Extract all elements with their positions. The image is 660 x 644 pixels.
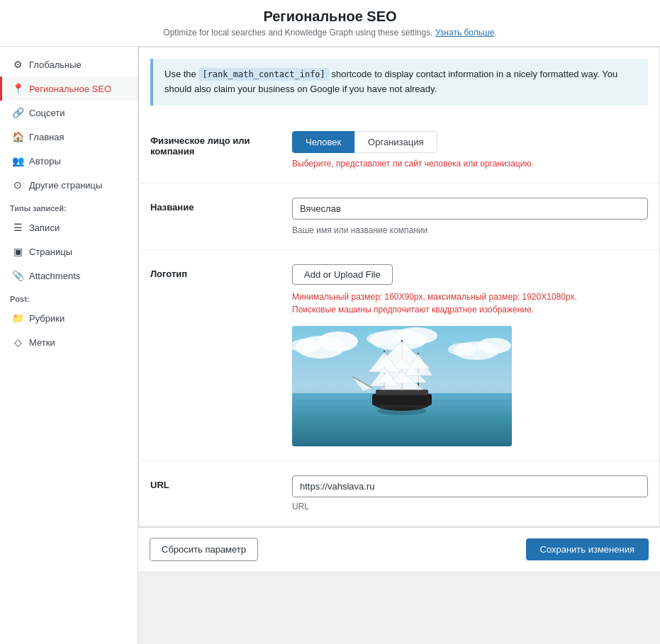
- url-label: URL: [150, 475, 278, 512]
- main-content: Use the [rank_math_contact_info] shortco…: [138, 47, 660, 644]
- location-icon: 📍: [12, 83, 23, 94]
- sidebar-item-other-pages[interactable]: ⊙ Другие страницы: [0, 173, 138, 197]
- logo-preview: [292, 326, 512, 446]
- type-button-group: Человек Организация: [292, 131, 648, 153]
- sidebar-item-tags[interactable]: ◇ Метки: [0, 330, 138, 354]
- sidebar-item-label: Главная: [29, 132, 64, 142]
- shortcode-badge: [rank_math_contact_info]: [198, 68, 328, 81]
- logo-row: Логотип Add or Upload File Минимальный р…: [139, 250, 659, 461]
- name-input[interactable]: [292, 198, 648, 220]
- subtitle-text: Optimize for local searches and Knowledg…: [163, 28, 435, 38]
- name-field: Ваше имя или название компании: [292, 198, 648, 235]
- learn-more-link[interactable]: Узнать больше: [435, 28, 494, 38]
- share-icon: 🔗: [12, 107, 23, 118]
- sidebar-item-label: Attachments: [29, 271, 80, 281]
- attachment-icon: 📎: [12, 270, 23, 281]
- page-wrapper: Региональное SEO Optimize for local sear…: [0, 0, 660, 644]
- sidebar-item-label: Метки: [29, 337, 55, 348]
- sidebar-item-global[interactable]: ⚙ Глобальные: [0, 52, 138, 77]
- section-post: Post:: [0, 288, 138, 306]
- info-text-before: Use the: [164, 69, 198, 79]
- bottom-bar: Сбросить параметр Сохранить изменения: [138, 527, 660, 571]
- records-icon: ☰: [12, 222, 23, 233]
- person-button[interactable]: Человек: [292, 131, 354, 153]
- folder-icon: 📁: [12, 312, 23, 324]
- url-hint: URL: [292, 502, 648, 512]
- name-label: Название: [150, 198, 278, 235]
- svg-point-2: [318, 332, 358, 351]
- logo-hints: Минимальный размер: 160Х90рх, максимальн…: [292, 290, 648, 316]
- sidebar-item-label: Другие страницы: [29, 180, 102, 191]
- url-input[interactable]: [292, 475, 648, 497]
- sidebar-item-main[interactable]: 🏠 Главная: [0, 125, 138, 149]
- users-icon: 👥: [12, 155, 23, 166]
- pages-icon: ▣: [12, 246, 23, 257]
- logo-label: Логотип: [150, 264, 278, 446]
- sidebar-item-label: Глобальные: [29, 60, 82, 70]
- page-subtitle: Optimize for local searches and Knowledg…: [14, 28, 646, 38]
- ship-svg: [292, 326, 512, 446]
- sidebar-item-label: Страницы: [29, 247, 72, 257]
- sidebar: ⚙ Глобальные 📍 Региональное SEO 🔗 Соцсет…: [0, 47, 138, 644]
- sidebar-item-label: Соцсети: [29, 108, 65, 118]
- sidebar-item-categories[interactable]: 📁 Рубрики: [0, 306, 138, 330]
- sidebar-item-authors[interactable]: 👥 Авторы: [0, 149, 138, 173]
- logo-field: Add or Upload File Минимальный размер: 1…: [292, 264, 648, 446]
- settings-panel: Use the [rank_math_contact_info] shortco…: [138, 47, 660, 527]
- gear-icon: ⚙: [12, 59, 23, 70]
- sidebar-item-label: Авторы: [29, 156, 61, 166]
- entity-type-row: Физическое лицо или компания Человек Орг…: [139, 117, 659, 183]
- reset-button[interactable]: Сбросить параметр: [150, 538, 258, 561]
- entity-field: Человек Организация Выберите, представля…: [292, 131, 648, 169]
- svg-rect-15: [372, 394, 432, 405]
- sidebar-item-attachments[interactable]: 📎 Attachments: [0, 264, 138, 288]
- sidebar-item-records[interactable]: ☰ Записи: [0, 215, 138, 239]
- logo-hint-size: Минимальный размер: 160Х90рх, максимальн…: [292, 290, 648, 303]
- sidebar-item-label: Записи: [29, 222, 60, 233]
- tag-icon: ◇: [12, 337, 23, 348]
- svg-point-9: [448, 343, 476, 356]
- org-button[interactable]: Организация: [354, 131, 437, 153]
- sidebar-item-pages[interactable]: ▣ Страницы: [0, 239, 138, 264]
- info-box: Use the [rank_math_contact_info] shortco…: [150, 59, 648, 106]
- content-area: ⚙ Глобальные 📍 Региональное SEO 🔗 Соцсет…: [0, 47, 660, 644]
- logo-hint-square: Поисковые машины предпочитают квадратное…: [292, 303, 648, 316]
- sidebar-item-label: Рубрики: [29, 313, 65, 324]
- sidebar-item-regional-seo[interactable]: 📍 Региональное SEO: [0, 77, 138, 101]
- svg-point-28: [377, 407, 427, 415]
- name-row: Название Ваше имя или название компании: [139, 183, 659, 250]
- page-header: Региональное SEO Optimize for local sear…: [0, 0, 660, 47]
- upload-button[interactable]: Add or Upload File: [292, 264, 393, 285]
- entity-hint: Выберите, представляет ли сайт человека …: [292, 159, 648, 169]
- page-title: Региональное SEO: [14, 9, 646, 25]
- svg-point-3: [292, 339, 322, 353]
- save-button[interactable]: Сохранить изменения: [526, 538, 649, 560]
- circle-icon: ⊙: [12, 179, 23, 191]
- home-icon: 🏠: [12, 131, 23, 142]
- section-post-types: Типы записей:: [0, 197, 138, 215]
- sidebar-item-socials[interactable]: 🔗 Соцсети: [0, 101, 138, 125]
- url-row: URL URL: [139, 461, 659, 526]
- sidebar-item-label: Региональное SEO: [29, 84, 111, 94]
- url-field: URL: [292, 475, 648, 512]
- svg-point-6: [367, 332, 402, 346]
- name-hint: Ваше имя или название компании: [292, 225, 648, 235]
- svg-point-8: [477, 338, 511, 354]
- entity-label: Физическое лицо или компания: [150, 131, 278, 169]
